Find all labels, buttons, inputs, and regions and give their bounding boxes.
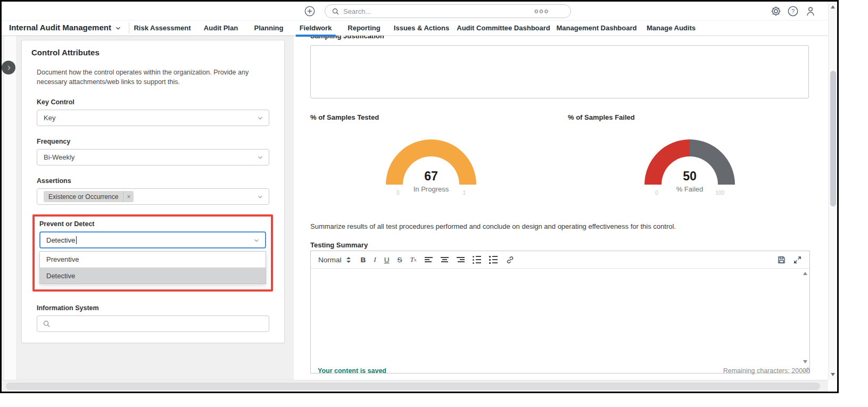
rich-text-editor: Normal B I U S Tx xyxy=(310,251,810,373)
app-title[interactable]: Internal Audit Management xyxy=(9,23,111,32)
prevent-or-detect-input[interactable]: Detective xyxy=(39,231,266,248)
topbar: ooo ? xyxy=(2,2,837,21)
numbered-list-icon[interactable] xyxy=(489,256,498,264)
key-control-field: Key Control Key xyxy=(37,98,269,126)
chevron-down-icon xyxy=(257,114,264,122)
assertions-label: Assertions xyxy=(37,177,269,185)
summary-instruction: Summarize results of all test procedures… xyxy=(310,222,676,230)
option-preventive[interactable]: Preventive xyxy=(40,252,266,268)
strikethrough-button[interactable]: S xyxy=(398,256,402,264)
align-left-icon[interactable] xyxy=(425,257,433,262)
clear-format-t: T xyxy=(410,255,415,264)
tab-manage-audits[interactable]: Manage Audits xyxy=(647,24,696,32)
tab-reporting[interactable]: Reporting xyxy=(348,24,380,32)
settings-gear-icon[interactable] xyxy=(770,5,782,17)
tab-issues-actions[interactable]: Issues & Actions xyxy=(394,24,449,32)
gauge-tick-max: 1 xyxy=(462,190,466,196)
frequency-select[interactable]: Bi-Weekly xyxy=(37,149,269,165)
information-system-label: Information System xyxy=(37,304,269,312)
nav-divider xyxy=(129,22,129,34)
tab-audit-committee-dashboard[interactable]: Audit Committee Dashboard xyxy=(457,24,550,32)
frequency-label: Frequency xyxy=(37,138,269,145)
content-area: Control Attributes Document how the cont… xyxy=(2,36,837,380)
information-system-field: Information System xyxy=(37,304,269,332)
gauge-value: 50 xyxy=(639,169,740,184)
collapsed-sidebar xyxy=(4,36,16,380)
assertions-multiselect[interactable]: Existence or Occurrence × xyxy=(37,188,269,205)
editor-content[interactable] xyxy=(311,269,809,373)
save-icon[interactable] xyxy=(777,255,786,264)
app-window: ooo ? Internal Audit Management Risk Ass… xyxy=(0,0,839,393)
search-overflow-icon[interactable]: ooo xyxy=(534,7,549,15)
scroll-down-icon[interactable] xyxy=(831,373,835,376)
vertical-scrollbar[interactable] xyxy=(828,2,837,380)
scrollbar-thumb[interactable] xyxy=(830,71,836,206)
chevron-down-icon xyxy=(253,237,260,244)
tab-risk-assessment[interactable]: Risk Assessment xyxy=(134,24,191,32)
user-profile-icon[interactable] xyxy=(805,5,816,17)
remaining-characters: Remaining characters: 20000 xyxy=(310,367,810,375)
key-control-value: Key xyxy=(44,114,55,122)
chevron-right-icon xyxy=(5,64,12,71)
align-center-icon[interactable] xyxy=(441,257,449,262)
bullet-list-icon[interactable] xyxy=(473,256,481,264)
testing-summary-label: Testing Summary xyxy=(310,241,368,249)
scroll-up-icon[interactable] xyxy=(803,272,807,275)
information-system-input[interactable] xyxy=(55,320,263,328)
tab-fieldwork[interactable]: Fieldwork xyxy=(300,24,332,32)
samples-tested-gauge: 67 In Progress 0 1 xyxy=(381,139,482,198)
align-right-icon[interactable] xyxy=(457,257,465,262)
testing-panel: Sampling Justification % of Samples Test… xyxy=(294,36,828,380)
card-description: Document how the control operates within… xyxy=(37,68,250,87)
gauge-tick-max: 100 xyxy=(715,190,724,196)
highlight-annotation-box: Prevent or Detect Detective Preventive D… xyxy=(32,214,273,292)
frequency-field: Frequency Bi-Weekly xyxy=(37,138,269,165)
tab-management-dashboard[interactable]: Management Dashboard xyxy=(557,24,637,32)
scroll-up-icon[interactable] xyxy=(831,5,835,9)
underline-button[interactable]: U xyxy=(384,256,390,264)
link-icon[interactable] xyxy=(506,255,515,264)
search-icon xyxy=(332,7,340,15)
sampling-justification-textarea[interactable] xyxy=(310,45,809,98)
tab-planning[interactable]: Planning xyxy=(254,24,284,32)
global-search: ooo xyxy=(325,4,571,18)
gauge-tick-min: 0 xyxy=(396,190,400,196)
clear-format-button[interactable]: Tx xyxy=(410,255,417,264)
editor-scrollbar[interactable] xyxy=(801,269,809,373)
scroll-down-icon[interactable] xyxy=(803,360,807,363)
samples-tested-title: % of Samples Tested xyxy=(310,113,379,121)
paragraph-style-value: Normal xyxy=(318,256,342,264)
bold-button[interactable]: B xyxy=(361,256,366,264)
horizontal-scrollbar[interactable] xyxy=(2,380,828,392)
chevron-down-icon xyxy=(257,193,264,201)
gauge-tick-min: 0 xyxy=(655,190,658,196)
gauge-value: 67 xyxy=(381,169,482,184)
expand-icon[interactable] xyxy=(793,255,802,264)
editor-toolbar: Normal B I U S Tx xyxy=(311,251,809,269)
add-icon[interactable] xyxy=(304,5,316,17)
option-detective[interactable]: Detective xyxy=(40,268,266,284)
paragraph-style-select[interactable]: Normal xyxy=(318,256,351,264)
chevron-down-icon xyxy=(257,154,264,161)
prevent-or-detect-label: Prevent or Detect xyxy=(39,220,266,228)
card-title: Control Attributes xyxy=(31,48,269,57)
italic-button[interactable]: I xyxy=(374,255,376,264)
tab-audit-plan[interactable]: Audit Plan xyxy=(204,24,238,32)
frequency-value: Bi-Weekly xyxy=(44,153,75,161)
assertions-field: Assertions Existence or Occurrence × xyxy=(37,177,269,205)
assertion-tag: Existence or Occurrence × xyxy=(44,191,134,202)
control-attributes-card: Control Attributes Document how the cont… xyxy=(21,40,285,343)
svg-text:?: ? xyxy=(791,8,795,14)
search-input[interactable] xyxy=(343,7,534,15)
scrollbar-thumb[interactable] xyxy=(6,383,820,390)
prevent-or-detect-dropdown: Preventive Detective xyxy=(39,251,266,284)
information-system-search xyxy=(37,315,269,332)
remove-tag-icon[interactable]: × xyxy=(123,191,134,202)
prevent-or-detect-value: Detective xyxy=(46,236,75,244)
text-cursor xyxy=(76,236,77,244)
key-control-select[interactable]: Key xyxy=(37,110,269,126)
help-icon[interactable]: ? xyxy=(787,5,799,17)
main-navbar: Internal Audit Management Risk Assessmen… xyxy=(2,21,837,36)
sidebar-expand-button[interactable] xyxy=(2,61,15,74)
chevron-down-icon[interactable] xyxy=(114,24,122,32)
